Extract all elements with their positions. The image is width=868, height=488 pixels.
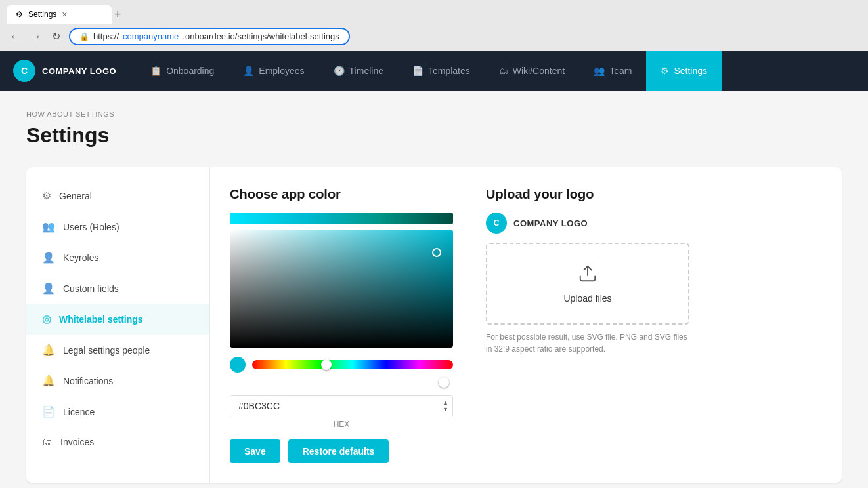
tab-title: Settings (28, 10, 56, 19)
hex-input-wrapper: ▲ ▼ (230, 395, 453, 417)
sidebar-item-general[interactable]: ⚙ General (26, 180, 209, 211)
upload-hint: For best possible result, use SVG file. … (486, 331, 689, 355)
opacity-slider[interactable] (252, 378, 453, 387)
color-spectrum-bar[interactable] (230, 213, 453, 224)
opacity-slider-row (230, 378, 453, 387)
hex-up-arrow[interactable]: ▲ (443, 400, 448, 406)
nav-onboarding-label: Onboarding (166, 66, 214, 76)
onboarding-icon: 📋 (150, 66, 162, 76)
nav-wiki-label: Wiki/Content (513, 66, 565, 76)
team-icon: 👥 (594, 66, 605, 76)
hue-slider[interactable] (252, 360, 453, 369)
upload-logo-text: COMPANY LOGO (513, 218, 588, 228)
wiki-icon: 🗂 (499, 66, 508, 76)
color-picker-gradient[interactable] (230, 230, 453, 348)
upload-dropzone[interactable]: Upload files (486, 243, 689, 325)
invoices-icon: 🗂 (42, 436, 53, 448)
sidebar-item-keyroles[interactable]: 👤 Keyroles (26, 242, 209, 273)
url-domain: companyname (123, 31, 179, 41)
upload-logo-letter: C (494, 218, 500, 228)
sidebar-whitelabel-label: Whitelabel settings (59, 314, 143, 325)
nav-items: 📋 Onboarding 👤 Employees 🕐 Timeline 📄 Te… (136, 51, 855, 91)
hex-arrows: ▲ ▼ (439, 400, 452, 413)
tab-close-button[interactable]: × (62, 9, 67, 20)
nav-wiki[interactable]: 🗂 Wiki/Content (485, 51, 579, 91)
refresh-button[interactable]: ↻ (49, 29, 64, 44)
licence-icon: 📄 (42, 405, 55, 418)
upload-logo-circle: C (486, 213, 507, 234)
legal-icon: 🔔 (42, 344, 55, 356)
settings-nav-icon: ⚙ (661, 66, 669, 76)
nav-templates-label: Templates (428, 66, 470, 76)
nav-logo: C COMPANY LOGO (13, 60, 116, 82)
logo-upload-section: Upload your logo C COMPANY LOGO (486, 187, 822, 463)
address-bar[interactable]: 🔒 https://companyname.onboardee.io/setti… (69, 28, 350, 45)
nav-onboarding[interactable]: 📋 Onboarding (136, 51, 228, 91)
nav-employees-label: Employees (259, 66, 304, 76)
sidebar-item-invoices[interactable]: 🗂 Invoices (26, 427, 209, 457)
settings-content: Choose app color (210, 167, 842, 483)
nav-employees[interactable]: 👤 Employees (228, 51, 318, 91)
nav-timeline[interactable]: 🕐 Timeline (319, 51, 398, 91)
sidebar-item-legal[interactable]: 🔔 Legal settings people (26, 335, 209, 365)
keyroles-icon: 👤 (42, 251, 55, 264)
breadcrumb: HOW ABOUT SETTINGS (26, 110, 842, 118)
hex-input-row: ▲ ▼ (230, 395, 453, 417)
hex-label: HEX (230, 420, 453, 429)
templates-icon: 📄 (412, 66, 423, 76)
browser-tab[interactable]: ⚙ Settings × (7, 5, 112, 24)
logo-upload-title: Upload your logo (486, 187, 822, 202)
sidebar-legal-label: Legal settings people (63, 345, 150, 356)
content-columns: Choose app color (230, 187, 822, 463)
sidebar-item-licence[interactable]: 📄 Licence (26, 396, 209, 427)
back-button[interactable]: ← (7, 30, 24, 44)
sidebar-custom-fields-label: Custom fields (63, 283, 119, 294)
custom-fields-icon: 👤 (42, 282, 55, 295)
page-title: Settings (26, 123, 842, 148)
lock-icon: 🔒 (79, 32, 89, 41)
color-picker-handle[interactable] (432, 248, 441, 257)
sidebar-item-users[interactable]: 👥 Users (Roles) (26, 211, 209, 242)
url-suffix: .onboardee.io/settings/whitelabel-settin… (183, 31, 339, 41)
color-picker-section: Choose app color (230, 187, 453, 463)
hue-handle[interactable] (321, 359, 332, 370)
sidebar-item-whitelabel[interactable]: ◎ Whitelabel settings (26, 304, 209, 335)
logo-circle: C (13, 60, 35, 82)
tab-favicon: ⚙ (16, 10, 23, 19)
new-tab-button[interactable]: + (114, 8, 121, 22)
nav-team[interactable]: 👥 Team (579, 51, 646, 91)
nav-settings-label: Settings (674, 66, 707, 76)
sidebar-users-label: Users (Roles) (63, 222, 119, 232)
sidebar-invoices-label: Invoices (60, 437, 94, 447)
notifications-icon: 🔔 (42, 375, 55, 387)
hex-down-arrow[interactable]: ▼ (443, 407, 448, 413)
sidebar-notifications-label: Notifications (63, 376, 113, 386)
color-picker-title: Choose app color (230, 187, 453, 202)
nav-timeline-label: Timeline (349, 66, 383, 76)
hex-input[interactable] (230, 396, 439, 417)
opacity-handle[interactable] (439, 377, 449, 388)
nav-templates[interactable]: 📄 Templates (398, 51, 485, 91)
sidebar-item-custom-fields[interactable]: 👤 Custom fields (26, 273, 209, 304)
timeline-icon: 🕐 (334, 66, 345, 76)
sidebar-licence-label: Licence (63, 407, 95, 417)
main-card: ⚙ General 👥 Users (Roles) 👤 Keyroles 👤 C… (26, 167, 842, 483)
whitelabel-icon: ◎ (42, 313, 51, 325)
url-prefix: https:// (93, 31, 119, 41)
sidebar-general-label: General (59, 191, 92, 201)
upload-label: Upload files (563, 293, 611, 304)
nav-team-label: Team (609, 66, 632, 76)
restore-defaults-button[interactable]: Restore defaults (288, 439, 389, 463)
button-row: Save Restore defaults (230, 439, 453, 463)
general-icon: ⚙ (42, 190, 51, 202)
upload-preview: C COMPANY LOGO (486, 213, 822, 234)
save-button[interactable]: Save (230, 439, 280, 463)
users-icon: 👥 (42, 220, 55, 233)
settings-sidebar: ⚙ General 👥 Users (Roles) 👤 Keyroles 👤 C… (26, 167, 210, 483)
upload-icon (578, 264, 597, 288)
forward-button[interactable]: → (28, 30, 45, 44)
sidebar-keyroles-label: Keyroles (63, 253, 98, 263)
logo-text: COMPANY LOGO (42, 66, 116, 76)
sidebar-item-notifications[interactable]: 🔔 Notifications (26, 365, 209, 396)
nav-settings[interactable]: ⚙ Settings (646, 51, 722, 91)
